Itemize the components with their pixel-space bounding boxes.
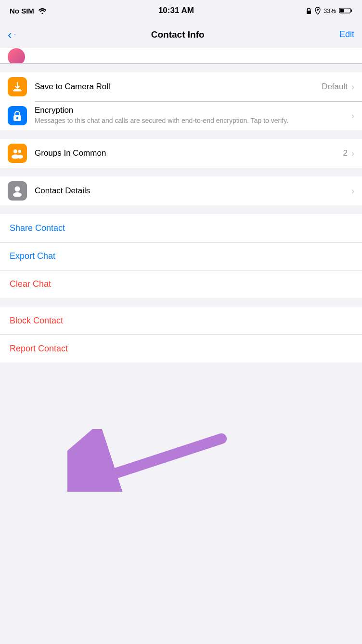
status-carrier: No SIM [10, 7, 47, 15]
chevron-icon: › [351, 111, 354, 121]
section-share-export-clear: Share Contact Export Chat Clear Chat [0, 214, 362, 298]
svg-point-1 [317, 9, 319, 11]
svg-rect-4 [340, 9, 344, 13]
share-contact-row[interactable]: Share Contact [0, 214, 362, 242]
save-camera-roll-content: Save to Camera Roll [35, 82, 322, 92]
section-gap-2 [0, 130, 362, 139]
section-gap-1 [0, 64, 362, 72]
svg-point-13 [15, 187, 20, 192]
groups-icon [11, 148, 24, 159]
contact-details-right: › [351, 186, 354, 196]
encryption-right: › [351, 111, 354, 121]
edit-button[interactable]: Edit [339, 29, 354, 40]
download-icon [12, 81, 23, 93]
section-media-encryption: Save to Camera Roll Default › Encryption… [0, 72, 362, 130]
top-partial-section [0, 48, 362, 64]
contact-details-icon-box [8, 181, 27, 201]
clear-chat-label: Clear Chat [10, 279, 51, 289]
back-button[interactable]: ‹ · [8, 28, 16, 41]
report-contact-row[interactable]: Report Contact [0, 335, 362, 362]
encryption-row[interactable]: Encryption Messages to this chat and cal… [0, 101, 362, 130]
nav-bar: ‹ · Contact Info Edit [0, 21, 362, 48]
svg-point-14 [13, 192, 22, 197]
contact-details-row[interactable]: Contact Details › [0, 176, 362, 205]
location-icon [315, 7, 321, 14]
lock-blue-icon [12, 109, 23, 122]
contact-details-content: Contact Details [35, 186, 351, 196]
groups-in-common-row[interactable]: Groups In Common 2 › [0, 139, 362, 168]
export-chat-row[interactable]: Export Chat [0, 242, 362, 270]
status-right: 33% [306, 7, 352, 14]
chevron-icon: › [351, 82, 354, 92]
section-gap-3 [0, 168, 362, 176]
save-camera-roll-right: Default › [322, 82, 354, 92]
svg-rect-0 [307, 11, 311, 14]
svg-point-10 [18, 150, 21, 153]
save-to-camera-roll-row[interactable]: Save to Camera Roll Default › [0, 72, 362, 101]
export-chat-label: Export Chat [10, 251, 55, 261]
chevron-icon: › [351, 186, 354, 196]
groups-icon-box [8, 144, 27, 163]
groups-in-common-label: Groups In Common [35, 148, 343, 158]
svg-rect-3 [351, 10, 352, 12]
encryption-content: Encryption Messages to this chat and cal… [35, 106, 351, 126]
chevron-icon: › [351, 148, 354, 159]
groups-in-common-right: 2 › [343, 148, 354, 159]
save-camera-roll-value: Default [322, 82, 348, 92]
groups-count: 2 [343, 148, 348, 158]
section-gap-5 [0, 298, 362, 307]
section-gap-6 [0, 362, 362, 382]
svg-point-12 [17, 155, 23, 159]
lock-icon [306, 7, 312, 14]
battery-icon [339, 7, 352, 14]
svg-rect-8 [16, 117, 18, 120]
contact-details-label: Contact Details [35, 186, 351, 196]
svg-rect-6 [13, 90, 22, 92]
encryption-label: Encryption [35, 106, 351, 115]
avatar [8, 48, 25, 64]
svg-point-9 [13, 149, 17, 153]
section-block-report: Block Contact Report Contact [0, 307, 362, 362]
person-icon [12, 185, 23, 197]
share-contact-label: Share Contact [10, 223, 65, 233]
block-contact-label: Block Contact [10, 316, 63, 326]
section-contact-details: Contact Details › [0, 176, 362, 205]
groups-in-common-content: Groups In Common [35, 148, 343, 158]
save-camera-roll-icon-box [8, 77, 27, 96]
encryption-icon-box [8, 106, 27, 125]
report-contact-label: Report Contact [10, 344, 68, 354]
status-time: 10:31 AM [158, 6, 194, 15]
encryption-subtitle: Messages to this chat and calls are secu… [35, 116, 351, 126]
page-title: Contact Info [151, 29, 205, 40]
save-camera-roll-label: Save to Camera Roll [35, 82, 322, 92]
section-gap-4 [0, 205, 362, 214]
status-bar: No SIM 10:31 AM 33% [0, 0, 362, 21]
section-groups: Groups In Common 2 › [0, 139, 362, 168]
clear-chat-row[interactable]: Clear Chat [0, 270, 362, 298]
wifi-icon [38, 8, 47, 14]
block-contact-row[interactable]: Block Contact [0, 307, 362, 335]
arrow-annotation [67, 429, 231, 492]
battery-percent: 33% [323, 7, 336, 14]
